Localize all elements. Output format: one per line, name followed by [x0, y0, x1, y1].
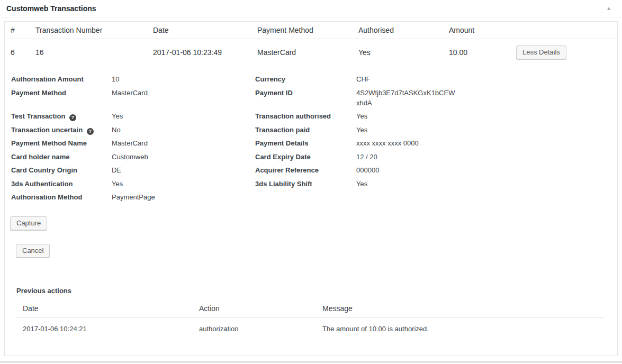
detail-value: No [112, 125, 255, 135]
col-header-payment-method: Payment Method [251, 22, 353, 39]
detail-row-payment-method: Payment Method MasterCard Payment ID 4S2… [11, 88, 617, 108]
detail-row-payment-method-name: Payment Method Name MasterCard Payment D… [11, 138, 617, 148]
panel-header: Customweb Transactions ▲ [0, 0, 622, 17]
detail-value: Yes [356, 179, 617, 189]
detail-row-authorisation-amount: Authorisation Amount 10 Currency CHF [11, 74, 617, 84]
detail-row-transaction-uncertain: Transaction uncertain ? No Transaction p… [11, 125, 617, 135]
detail-label: Card Expiry Date [255, 152, 356, 162]
help-icon[interactable]: ? [87, 128, 94, 135]
less-details-button[interactable]: Less Details [516, 46, 566, 59]
detail-label: Payment Method Name [11, 138, 112, 148]
cell-transaction-number: 16 [30, 39, 147, 66]
detail-row-card-holder-name: Card holder name Customweb Card Expiry D… [11, 152, 617, 162]
transaction-details: Authorisation Amount 10 Currency CHF Pay… [11, 74, 617, 202]
col-header-amount: Amount [443, 22, 510, 39]
detail-label: Transaction uncertain ? [11, 125, 112, 135]
detail-value: CHF [356, 74, 617, 84]
cell-number: 6 [5, 39, 30, 66]
detail-value: MasterCard [112, 138, 255, 148]
detail-label: Payment Details [255, 138, 356, 148]
previous-actions-header-row: Date Action Message [16, 300, 605, 318]
cell-pa-date: 2017-01-06 10:24:21 [16, 318, 193, 339]
detail-row-authorisation-method: Authorisation Method PaymentPage [11, 192, 617, 202]
col-header-date: Date [147, 22, 251, 39]
detail-value: 10 [112, 74, 255, 84]
detail-label: Currency [255, 74, 356, 84]
detail-label: Transaction paid [255, 125, 356, 135]
detail-value: 000000 [356, 165, 617, 175]
cell-pa-message: The amount of 10.00 is authorized. [316, 318, 605, 339]
col-header-pa-message: Message [316, 300, 605, 318]
detail-label: 3ds Liability Shift [255, 179, 356, 189]
col-header-number: # [5, 22, 30, 39]
detail-label: Card Country Origin [11, 165, 112, 175]
cell-date: 2017-01-06 10:23:49 [147, 39, 251, 66]
detail-label: Transaction authorised [255, 111, 356, 121]
col-header-pa-date: Date [16, 300, 193, 318]
detail-label: Payment ID [255, 88, 356, 98]
transactions-panel: # Transaction Number Date Payment Method… [4, 21, 618, 356]
page-title: Customweb Transactions [6, 4, 96, 13]
detail-value: Yes [112, 179, 255, 189]
detail-label: Card holder name [11, 152, 112, 162]
transactions-table: # Transaction Number Date Payment Method… [5, 22, 617, 66]
detail-row-test-transaction: Test Transaction ? Yes Transaction autho… [11, 111, 617, 121]
detail-label: Authorisation Amount [11, 74, 112, 84]
col-header-pa-action: Action [193, 300, 316, 318]
detail-label: Authorisation Method [11, 192, 112, 202]
detail-value-payment-id: 4S2Wtjb3E7d7tASKGxK1bCEWxhdA [356, 88, 457, 108]
detail-row-3ds-authentication: 3ds Authentication Yes 3ds Liability Shi… [11, 179, 617, 189]
detail-label: Test Transaction ? [11, 111, 112, 121]
detail-value: PaymentPage [112, 192, 255, 202]
detail-label: Acquirer Reference [255, 165, 356, 175]
detail-value: Customweb [112, 152, 255, 162]
detail-value: MasterCard [112, 88, 255, 98]
detail-label: Payment Method [11, 88, 112, 98]
detail-value: DE [112, 165, 255, 175]
previous-actions-table: Date Action Message 2017-01-06 10:24:21 … [16, 300, 605, 338]
col-header-transaction-number: Transaction Number [30, 22, 147, 39]
cell-amount: 10.00 [443, 39, 510, 66]
detail-value: Yes [356, 125, 617, 135]
detail-value: Yes [356, 111, 617, 121]
detail-row-card-country-origin: Card Country Origin DE Acquirer Referenc… [11, 165, 617, 175]
cell-payment-method: MasterCard [251, 39, 353, 66]
capture-button[interactable]: Capture [10, 216, 47, 230]
detail-value: Yes [112, 111, 255, 121]
transactions-table-header-row: # Transaction Number Date Payment Method… [5, 22, 617, 39]
page-divider [0, 361, 622, 363]
table-row: 2017-01-06 10:24:21 authorization The am… [16, 318, 605, 339]
collapse-toggle-icon[interactable]: ▲ [602, 5, 616, 12]
help-icon[interactable]: ? [69, 114, 76, 121]
col-header-authorised: Authorised [353, 22, 443, 39]
cancel-button[interactable]: Cancel [16, 244, 50, 258]
table-row: 6 16 2017-01-06 10:23:49 MasterCard Yes … [5, 39, 617, 66]
detail-label: 3ds Authentication [11, 179, 112, 189]
previous-actions-title: Previous actions [16, 287, 617, 295]
detail-value: 12 / 20 [356, 152, 617, 162]
cell-authorised: Yes [353, 39, 443, 66]
detail-value: xxxx xxxx xxxx 0000 [356, 138, 617, 148]
cell-pa-action: authorization [193, 318, 316, 339]
